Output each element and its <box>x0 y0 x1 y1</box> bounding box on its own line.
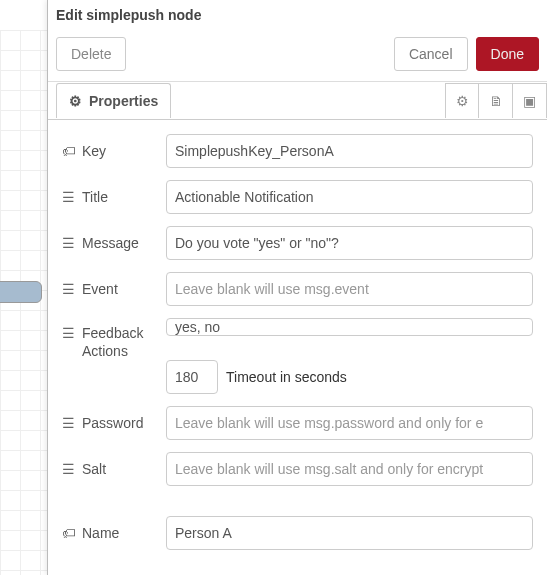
actions-row: Feedback Actions Timeout in seconds <box>62 318 533 394</box>
password-row: Password <box>62 406 533 440</box>
event-row: Event <box>62 272 533 306</box>
node-description-tab[interactable] <box>479 83 513 118</box>
appearance-icon <box>523 93 536 109</box>
timeout-label: Timeout in seconds <box>226 369 347 385</box>
title-input[interactable] <box>166 180 533 214</box>
tag-icon <box>62 142 76 160</box>
tag-icon <box>62 524 76 542</box>
tray-header: Edit simplepush node <box>48 0 547 31</box>
title-label: Title <box>62 188 166 206</box>
cancel-button[interactable]: Cancel <box>394 37 468 71</box>
properties-tab[interactable]: Properties <box>56 83 171 118</box>
node-appearance-tab[interactable] <box>513 83 547 118</box>
tray-tabs: Properties <box>48 82 547 120</box>
actions-label: Feedback Actions <box>62 318 166 360</box>
password-label-text: Password <box>82 414 143 432</box>
tray-toolbar: Delete Cancel Done <box>48 31 547 82</box>
canvas-node-fragment[interactable] <box>0 281 42 303</box>
password-label: Password <box>62 414 166 432</box>
name-input[interactable] <box>166 516 533 550</box>
message-label: Message <box>62 234 166 252</box>
name-row: Name <box>62 516 533 550</box>
password-input[interactable] <box>166 406 533 440</box>
title-row: Title <box>62 180 533 214</box>
timeout-input[interactable] <box>166 360 218 394</box>
properties-form: Key Title Message Event <box>48 120 547 575</box>
title-label-text: Title <box>82 188 108 206</box>
properties-tab-label: Properties <box>89 93 158 109</box>
salt-label-text: Salt <box>82 460 106 478</box>
timeout-row: Timeout in seconds <box>166 360 533 394</box>
done-button[interactable]: Done <box>476 37 539 71</box>
list-icon <box>62 324 76 342</box>
key-label: Key <box>62 142 166 160</box>
message-label-text: Message <box>82 234 139 252</box>
key-label-text: Key <box>82 142 106 160</box>
list-icon <box>62 414 76 432</box>
name-label: Name <box>62 524 166 542</box>
done-button-label: Done <box>491 46 524 62</box>
message-input[interactable] <box>166 226 533 260</box>
list-icon <box>62 280 76 298</box>
salt-input[interactable] <box>166 452 533 486</box>
feedback-actions-input[interactable] <box>166 318 533 336</box>
edit-tray: Edit simplepush node Delete Cancel Done … <box>47 0 547 575</box>
cog-icon <box>456 93 469 109</box>
key-input[interactable] <box>166 134 533 168</box>
cog-icon <box>69 93 83 109</box>
salt-row: Salt <box>62 452 533 486</box>
message-row: Message <box>62 226 533 260</box>
list-icon <box>62 234 76 252</box>
name-label-text: Name <box>82 524 119 542</box>
tray-title: Edit simplepush node <box>56 7 201 23</box>
node-settings-tab[interactable] <box>445 83 479 118</box>
list-icon <box>62 460 76 478</box>
delete-button[interactable]: Delete <box>56 37 126 71</box>
delete-button-label: Delete <box>71 46 111 62</box>
document-icon <box>489 93 503 109</box>
event-label: Event <box>62 280 166 298</box>
salt-label: Salt <box>62 460 166 478</box>
key-row: Key <box>62 134 533 168</box>
actions-label-text: Feedback Actions <box>82 324 166 360</box>
event-label-text: Event <box>82 280 118 298</box>
list-icon <box>62 188 76 206</box>
event-input[interactable] <box>166 272 533 306</box>
cancel-button-label: Cancel <box>409 46 453 62</box>
